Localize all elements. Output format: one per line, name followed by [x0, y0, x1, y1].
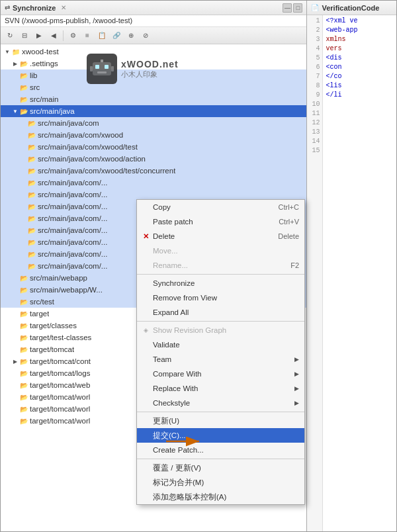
editor-file-icon: 📄 [311, 4, 319, 11]
menu-item-synchronize[interactable]: Synchronize [137, 276, 304, 290]
editor-title: VerificationCode [322, 4, 379, 12]
menu-label-checkstyle: Checkstyle [153, 399, 190, 407]
menu-label-replace-with: Replace With [153, 384, 198, 392]
shortcut-delete: Delete [278, 232, 299, 240]
menu-label-copy: Copy [153, 203, 171, 211]
revision-graph-icon: ◈ [141, 326, 150, 335]
submenu-arrow-replace: ▶ [294, 385, 299, 392]
delete-icon: ✕ [141, 232, 150, 241]
context-menu-overlay: Copy Ctrl+C Paste patch Ctrl+V ✕ Delete … [1, 1, 306, 531]
menu-label-expand-all: Expand All [153, 308, 189, 316]
menu-item-delete[interactable]: ✕ Delete Delete [137, 229, 304, 244]
menu-label-mark-merge: 标记为合并(M) [153, 478, 204, 488]
menu-label-remove-from-view: Remove from View [153, 294, 217, 302]
menu-item-remove-from-view[interactable]: Remove from View [137, 290, 304, 305]
menu-label-create-patch: Create Patch... [153, 446, 204, 454]
submenu-arrow-compare: ▶ [294, 371, 299, 377]
editor-content[interactable]: 1 2 3 4 5 6 7 8 9 10 11 12 13 14 15 <?xm… [307, 15, 396, 531]
menu-item-copy[interactable]: Copy Ctrl+C [137, 200, 304, 214]
menu-item-replace-with[interactable]: Replace With ▶ [137, 381, 304, 396]
delete-x-icon: ✕ [143, 232, 149, 241]
menu-item-rename: Rename... F2 [137, 258, 304, 273]
menu-item-mark-merge[interactable]: 标记为合并(M) [137, 475, 304, 490]
line-numbers: 1 2 3 4 5 6 7 8 9 10 11 12 13 14 15 [307, 15, 323, 531]
menu-label-compare-with: Compare With [153, 370, 202, 378]
menu-label-rename: Rename... [153, 261, 188, 269]
shortcut-copy: Ctrl+C [279, 203, 299, 211]
menu-item-cover-update[interactable]: 覆盖 / 更新(V) [137, 461, 304, 475]
menu-item-validate[interactable]: Validate [137, 337, 304, 352]
menu-item-compare-with[interactable]: Compare With ▶ [137, 367, 304, 381]
menu-sep-2 [137, 321, 304, 322]
submenu-arrow-team: ▶ [294, 356, 299, 363]
menu-item-show-revision-graph: ◈ Show Revision Graph [137, 323, 304, 337]
menu-sep-1 [137, 274, 304, 275]
menu-item-expand-all[interactable]: Expand All [137, 305, 304, 320]
menu-item-update[interactable]: 更新(U) [137, 414, 304, 428]
shortcut-paste: Ctrl+V [279, 218, 299, 226]
menu-item-team[interactable]: Team ▶ [137, 352, 304, 367]
menu-sep-4 [137, 459, 304, 459]
menu-label-validate: Validate [153, 341, 180, 349]
menu-label-cover-update: 覆盖 / 更新(V) [153, 463, 201, 473]
shortcut-rename: F2 [290, 261, 299, 269]
editor-titlebar: 📄 VerificationCode [307, 1, 396, 15]
main-container: ⇄ Synchronize ✕ — □ SVN (/xwood-pms-publ… [0, 0, 397, 532]
menu-label-team: Team [153, 355, 171, 363]
menu-item-create-patch[interactable]: Create Patch... [137, 443, 304, 457]
left-panel: ⇄ Synchronize ✕ — □ SVN (/xwood-pms-publ… [1, 1, 307, 531]
menu-label-update: 更新(U) [153, 416, 179, 426]
menu-label-add-ignore: 添加忽略版本控制(A) [153, 492, 226, 502]
right-panel: 📄 VerificationCode 1 2 3 4 5 6 7 8 9 10 … [307, 1, 396, 531]
menu-item-commit[interactable]: 提交(C)... [137, 428, 304, 443]
menu-label-move: Move... [153, 247, 178, 255]
submenu-arrow-checkstyle: ▶ [294, 400, 299, 406]
menu-item-add-ignore[interactable]: 添加忽略版本控制(A) [137, 490, 304, 504]
menu-label-commit: 提交(C)... [153, 431, 186, 441]
menu-label-show-revision-graph: Show Revision Graph [153, 326, 226, 334]
menu-item-move: Move... [137, 244, 304, 258]
menu-label-delete: Delete [153, 232, 175, 240]
menu-item-checkstyle[interactable]: Checkstyle ▶ [137, 396, 304, 410]
code-content: <?xml ve <web-app xmlns vers <dis <con <… [323, 15, 360, 531]
menu-label-paste: Paste patch [153, 218, 193, 226]
menu-label-synchronize: Synchronize [153, 279, 195, 287]
menu-sep-3 [137, 412, 304, 412]
context-menu: Copy Ctrl+C Paste patch Ctrl+V ✕ Delete … [136, 199, 305, 505]
menu-item-paste-patch[interactable]: Paste patch Ctrl+V [137, 214, 304, 229]
